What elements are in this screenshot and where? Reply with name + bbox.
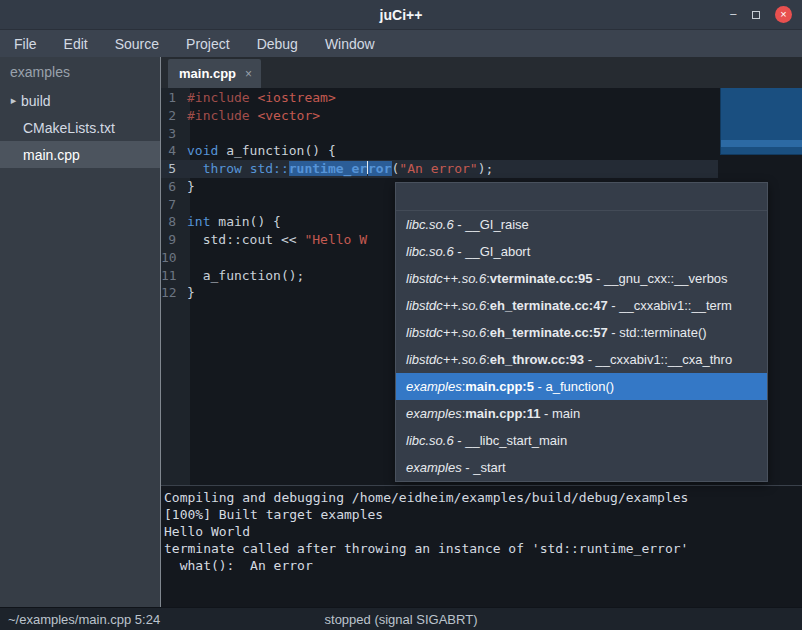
titlebar: juCi++ − ×: [0, 0, 802, 30]
tree-item-label: CMakeLists.txt: [23, 120, 115, 136]
console-line: [100%] Built target examples: [164, 506, 802, 523]
minimize-button[interactable]: −: [729, 8, 737, 21]
line-number: 8: [161, 213, 183, 231]
code-line-3[interactable]: 3: [161, 125, 802, 143]
maximize-button[interactable]: [752, 11, 760, 19]
backtrace-popup-list: libc.so.6 - __GI_raiselibc.so.6 - __GI_a…: [396, 211, 767, 481]
line-number: 3: [161, 125, 183, 143]
code-line-5[interactable]: 5 throw std::runtime_error("An error");: [161, 160, 802, 178]
console-line: terminate called after throwing an insta…: [164, 540, 802, 557]
console-line: Hello World: [164, 523, 802, 540]
tooltip-highlight: [721, 140, 802, 147]
tab-label: main.cpp: [179, 66, 236, 81]
code-text: std::cout << "Hello W: [187, 231, 367, 249]
code-text: #include <vector>: [187, 107, 320, 125]
code-line-4[interactable]: 4void a_function() {: [161, 142, 802, 160]
backtrace-row[interactable]: libstdc++.so.6:vterminate.cc:95 - __gnu_…: [396, 265, 767, 292]
menu-bar: File Edit Source Project Debug Window: [0, 30, 802, 57]
line-number: 7: [161, 196, 183, 214]
code-text: }: [187, 284, 195, 302]
window-title: juCi++: [380, 7, 423, 23]
console-output[interactable]: Compiling and debugging /home/eidheim/ex…: [161, 485, 802, 607]
backtrace-row[interactable]: examples:main.cpp:5 - a_function(): [396, 373, 767, 400]
maximize-icon: [752, 11, 760, 19]
tree-item-cmakelists[interactable]: CMakeLists.txt: [0, 114, 160, 141]
status-file-position: ~/examples/main.cpp 5:24: [0, 612, 160, 627]
line-number: 6: [161, 178, 183, 196]
backtrace-row[interactable]: libstdc++.so.6:eh_terminate.cc:57 - std:…: [396, 319, 767, 346]
expand-arrow-icon[interactable]: ▸: [6, 94, 21, 107]
menu-window[interactable]: Window: [325, 36, 375, 52]
menu-edit[interactable]: Edit: [64, 36, 88, 52]
menu-source[interactable]: Source: [115, 36, 159, 52]
menu-debug[interactable]: Debug: [257, 36, 298, 52]
window-controls: − ×: [729, 0, 792, 29]
backtrace-row[interactable]: examples:main.cpp:11 - main: [396, 400, 767, 427]
line-number: 10: [161, 249, 183, 267]
code-text: void a_function() {: [187, 142, 336, 160]
backtrace-popup: libc.so.6 - __GI_raiselibc.so.6 - __GI_a…: [395, 182, 768, 482]
line-number: 12: [161, 284, 183, 302]
tab-bar: main.cpp ×: [161, 57, 802, 88]
backtrace-row[interactable]: examples - _start: [396, 454, 767, 481]
console-line: Compiling and debugging /home/eidheim/ex…: [164, 489, 802, 506]
status-debug-state: stopped (signal SIGABRT): [325, 612, 478, 627]
code-text: #include <iostream>: [187, 89, 336, 107]
file-tree-sidebar: examples ▸ build CMakeLists.txt main.cpp: [0, 57, 160, 607]
code-text: throw std::runtime_error("An error");: [187, 160, 493, 178]
line-number: 1: [161, 89, 183, 107]
menu-project[interactable]: Project: [186, 36, 230, 52]
close-button[interactable]: ×: [775, 6, 792, 23]
console-line: what(): An error: [164, 557, 802, 574]
code-text: }: [187, 178, 195, 196]
tooltip-panel: [720, 88, 802, 155]
status-bar: ~/examples/main.cpp 5:24 stopped (signal…: [0, 607, 802, 630]
menu-file[interactable]: File: [14, 36, 37, 52]
popup-header: [396, 183, 767, 211]
tree-item-label: main.cpp: [23, 147, 80, 163]
code-text: int main() {: [187, 213, 281, 231]
tree-item-label: build: [21, 93, 51, 109]
code-line-2[interactable]: 2#include <vector>: [161, 107, 802, 125]
line-number: 11: [161, 267, 183, 285]
line-number: 5: [161, 160, 183, 178]
backtrace-row[interactable]: libstdc++.so.6:eh_terminate.cc:47 - __cx…: [396, 292, 767, 319]
line-number: 2: [161, 107, 183, 125]
code-line-1[interactable]: 1#include <iostream>: [161, 89, 802, 107]
line-number: 4: [161, 142, 183, 160]
tab-close-icon: ×: [245, 67, 252, 81]
project-folder-header: examples: [0, 57, 160, 87]
backtrace-row[interactable]: libstdc++.so.6:eh_throw.cc:93 - __cxxabi…: [396, 346, 767, 373]
backtrace-row[interactable]: libc.so.6 - __GI_abort: [396, 238, 767, 265]
tree-item-main-cpp[interactable]: main.cpp: [0, 141, 160, 168]
backtrace-row[interactable]: libc.so.6 - __libc_start_main: [396, 427, 767, 454]
minimize-icon: −: [729, 8, 737, 21]
backtrace-row[interactable]: libc.so.6 - __GI_raise: [396, 211, 767, 238]
tree-item-build[interactable]: ▸ build: [0, 87, 160, 114]
code-text: a_function();: [187, 267, 304, 285]
tab-close-button[interactable]: ×: [245, 67, 252, 81]
tab-main-cpp[interactable]: main.cpp ×: [168, 59, 261, 88]
close-icon: ×: [780, 9, 786, 20]
line-number: 9: [161, 231, 183, 249]
